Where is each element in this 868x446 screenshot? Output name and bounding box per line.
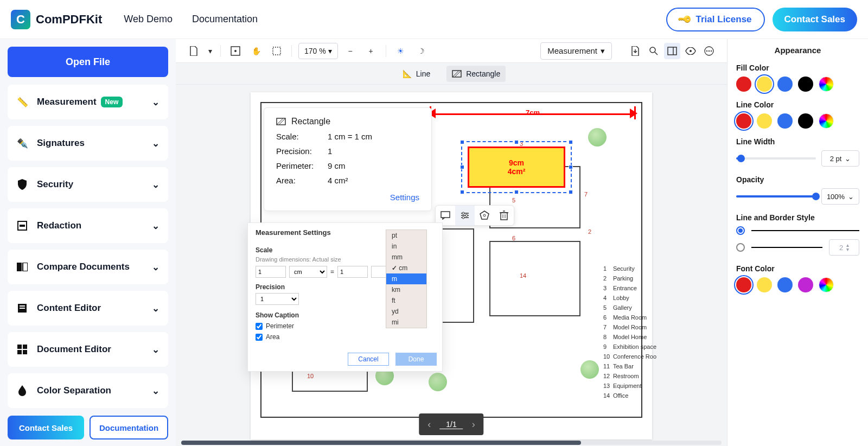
line-color-yellow[interactable] bbox=[757, 113, 772, 129]
area-checkbox[interactable]: Area bbox=[256, 333, 435, 341]
font-color-magenta[interactable] bbox=[798, 277, 813, 292]
line-width-slider[interactable] bbox=[736, 157, 816, 160]
unit-option[interactable]: m bbox=[386, 273, 426, 284]
properties-icon[interactable] bbox=[455, 206, 475, 225]
unit-option[interactable]: mi bbox=[386, 317, 426, 328]
signature-icon: ✒️ bbox=[16, 137, 28, 149]
file-icon[interactable] bbox=[186, 43, 202, 59]
brand-logo[interactable]: C ComPDFKit bbox=[11, 10, 102, 29]
cancel-button[interactable]: Cancel bbox=[348, 353, 389, 366]
unit-option[interactable]: cm bbox=[386, 263, 426, 273]
font-color-red[interactable] bbox=[736, 277, 751, 292]
font-color-blue[interactable] bbox=[777, 277, 793, 292]
sidebar-item-measurement[interactable]: 📏 Measurement New ⌄ bbox=[8, 85, 168, 119]
measurement-rectangle[interactable]: 9cm 4cm² bbox=[468, 146, 565, 188]
line-color-red[interactable] bbox=[736, 113, 751, 129]
brand-mark: C bbox=[11, 10, 30, 29]
tool-rectangle[interactable]: Rectangle bbox=[446, 66, 506, 82]
font-color-yellow[interactable] bbox=[757, 277, 772, 292]
line-width-select[interactable]: 2 pt ⌄ bbox=[821, 150, 859, 167]
footer-contact-button[interactable]: Contact Sales bbox=[8, 416, 84, 439]
shape-settings-icon[interactable] bbox=[475, 206, 494, 225]
canvas[interactable]: 1 2 3 4 5 6 7 8 9 10 10 14 bbox=[176, 85, 727, 446]
measurement-ruler[interactable]: 7cm bbox=[430, 109, 636, 119]
scale-from-unit[interactable]: cm bbox=[289, 266, 327, 278]
ruler-icon: 📏 bbox=[16, 96, 28, 108]
document-area: ▾ ✋ 170 % ▾ − + ☀ ☽ Measurement ▾ 📐Lin bbox=[176, 39, 727, 446]
legend-row: 2Parking bbox=[603, 273, 656, 283]
tool-mode-select[interactable]: Measurement ▾ bbox=[540, 42, 612, 60]
sidebar-item-security[interactable]: Security ⌄ bbox=[8, 167, 168, 202]
line-color-black[interactable] bbox=[798, 113, 813, 129]
zoom-select[interactable]: 170 % ▾ bbox=[298, 43, 338, 59]
font-color-picker[interactable] bbox=[819, 277, 834, 292]
sidebar-item-content-editor[interactable]: Content Editor ⌄ bbox=[8, 291, 168, 326]
settings-link[interactable]: Settings bbox=[276, 193, 419, 202]
fit-page-icon[interactable] bbox=[227, 43, 244, 59]
fill-color-picker[interactable] bbox=[819, 77, 834, 92]
dark-mode-icon[interactable]: ☽ bbox=[413, 43, 430, 59]
unit-option[interactable]: ft bbox=[386, 295, 426, 306]
svg-rect-9 bbox=[17, 350, 22, 354]
more-icon[interactable] bbox=[701, 43, 717, 59]
unit-option[interactable]: mm bbox=[386, 252, 426, 263]
fill-color-blue[interactable] bbox=[777, 77, 793, 92]
main-toolbar: ▾ ✋ 170 % ▾ − + ☀ ☽ Measurement ▾ bbox=[176, 39, 727, 63]
sidebar-item-redaction[interactable]: Redaction ⌄ bbox=[8, 208, 168, 243]
opacity-select[interactable]: 100% ⌄ bbox=[821, 188, 859, 205]
fill-color-black[interactable] bbox=[798, 77, 813, 92]
sidebar-item-compare[interactable]: Compare Documents ⌄ bbox=[8, 250, 168, 284]
page-next-icon[interactable]: › bbox=[467, 419, 481, 430]
file-dropdown-icon[interactable]: ▾ bbox=[206, 43, 214, 59]
nav-documentation[interactable]: Documentation bbox=[192, 14, 258, 25]
opacity-slider[interactable] bbox=[736, 195, 816, 197]
compare-icon bbox=[16, 261, 28, 273]
footer-docs-button[interactable]: Documentation bbox=[90, 416, 168, 439]
svg-point-12 bbox=[234, 50, 237, 52]
svg-rect-6 bbox=[20, 308, 25, 309]
solid-line-preview bbox=[751, 230, 859, 231]
fill-color-red[interactable] bbox=[736, 77, 751, 92]
visibility-icon[interactable] bbox=[682, 43, 699, 59]
zoom-in-icon[interactable]: + bbox=[363, 43, 379, 59]
chevron-down-icon: ⌄ bbox=[152, 179, 159, 190]
search-icon[interactable] bbox=[646, 43, 662, 59]
pan-icon[interactable]: ✋ bbox=[248, 43, 264, 59]
svg-rect-3 bbox=[23, 263, 28, 271]
unit-option[interactable]: yd bbox=[386, 306, 426, 317]
scale-to-value[interactable] bbox=[337, 266, 368, 278]
line-color-blue[interactable] bbox=[777, 113, 793, 129]
open-file-button[interactable]: Open File bbox=[8, 47, 168, 77]
contact-sales-button[interactable]: Contact Sales bbox=[773, 8, 857, 31]
sidebar-item-signatures[interactable]: ✒️ Signatures ⌄ bbox=[8, 126, 168, 161]
page-prev-icon[interactable]: ‹ bbox=[422, 419, 436, 430]
legend-row: 7Model Room bbox=[603, 322, 656, 332]
nav-web-demo[interactable]: Web Demo bbox=[124, 14, 173, 25]
unit-option[interactable]: pt bbox=[386, 230, 426, 241]
unit-option[interactable]: km bbox=[386, 284, 426, 295]
scale-from-value[interactable] bbox=[256, 266, 286, 278]
dash-gap-stepper[interactable]: 2 ▴▾ bbox=[829, 239, 859, 256]
zoom-out-icon[interactable]: − bbox=[342, 43, 359, 59]
panels-icon[interactable] bbox=[664, 43, 680, 59]
tool-line[interactable]: 📐Line bbox=[397, 66, 436, 82]
done-button[interactable]: Done bbox=[395, 353, 437, 366]
unit-option[interactable]: in bbox=[386, 241, 426, 252]
border-style-solid[interactable] bbox=[736, 226, 859, 235]
info-title: Rectangle bbox=[291, 117, 330, 126]
select-icon[interactable] bbox=[269, 43, 285, 59]
horizontal-scrollbar[interactable] bbox=[181, 441, 722, 445]
svg-rect-16 bbox=[668, 47, 676, 55]
trial-license-button[interactable]: 🔑 Trial License bbox=[666, 8, 764, 31]
line-color-picker[interactable] bbox=[819, 113, 834, 129]
sidebar-item-label: Document Editor bbox=[37, 344, 111, 355]
export-icon[interactable] bbox=[627, 43, 643, 59]
fill-color-yellow[interactable] bbox=[757, 77, 772, 92]
light-mode-icon[interactable]: ☀ bbox=[393, 43, 409, 59]
sidebar-item-color-separation[interactable]: Color Separation ⌄ bbox=[8, 373, 168, 408]
sidebar-item-document-editor[interactable]: Document Editor ⌄ bbox=[8, 332, 168, 367]
delete-icon[interactable] bbox=[494, 206, 514, 225]
precision-select[interactable]: 1 bbox=[256, 293, 299, 305]
ruler-diag-icon: 📐 bbox=[403, 69, 412, 78]
border-style-dashed[interactable]: 2 ▴▾ bbox=[736, 239, 859, 256]
